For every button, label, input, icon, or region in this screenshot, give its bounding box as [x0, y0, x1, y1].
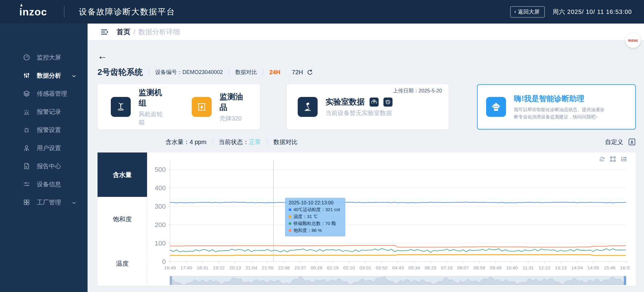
upload-icon[interactable] [370, 98, 379, 107]
series-color-dot [289, 229, 291, 232]
sidebar-item-user-settings[interactable]: 用户设置 [0, 139, 88, 157]
sidebar-item-device-info[interactable]: 设备信息 [0, 175, 88, 193]
sidebar-nav: 监控大屏 数据分析 传感器管理 报警记录 报警设置 用户设置 报告中心 [0, 24, 88, 292]
svg-text:100: 100 [155, 239, 166, 247]
breadcrumb-bar: 首页 / 数据分析详细 [88, 24, 644, 40]
device-title-row: 2号齿轮系统 设备编号：DEMO23040002 数据对比 24H 72H [98, 67, 636, 78]
tooltip-series-item: 铁磁颗粒总数：70 颗 [289, 221, 342, 226]
tooltip-series-item: 饱和度：86 % [289, 228, 342, 233]
sidebar-item-label: 用户设置 [37, 144, 61, 152]
back-to-bigscreen-button[interactable]: ‹ 返回大屏 [510, 6, 545, 18]
svg-text:08:07: 08:07 [457, 265, 469, 270]
water-content-value: 4 ppm [190, 139, 207, 146]
microscope-icon [298, 97, 318, 117]
siren-icon [23, 108, 30, 115]
ai-assistant-desc: 我可以帮你智能化诊断油品状态、提供油液诊 断专业化润滑设备监测建议，快问问我吧~ [514, 106, 604, 120]
svg-text:12:22: 12:22 [539, 265, 550, 270]
range-72h-button[interactable]: 72H [292, 69, 303, 76]
tooltip-time: 2025-10-10 22:13:00 [289, 200, 342, 206]
chart-tab-0[interactable]: 含水量 [98, 152, 147, 197]
sidebar-item-alarm-settings[interactable]: 报警设置 [0, 121, 88, 139]
breadcrumb-home[interactable]: 首页 [117, 27, 130, 37]
sidebar-item-label: 报告中心 [37, 162, 61, 170]
svg-text:19:22: 19:22 [213, 265, 225, 270]
svg-text:14:04: 14:04 [571, 265, 583, 270]
lab-data-title: 实验室数据 [325, 97, 365, 107]
monitor-card: 监测机组 风机齿轮箱 监测油品 壳牌320 [98, 84, 260, 130]
sidebar-item-label: 数据分析 [37, 72, 61, 80]
monitor-unit-title: 监测机组 [139, 87, 166, 108]
ai-assistant-text: 嗨!我是智能诊断助理 我可以帮你智能化诊断油品状态、提供油液诊 断专业化润滑设备… [514, 94, 604, 120]
svg-text:15:46: 15:46 [604, 265, 616, 270]
export-download-icon[interactable] [628, 138, 636, 146]
datazoom-left-handle[interactable] [170, 276, 172, 285]
sidebar-item-monitor-screen[interactable]: 监控大屏 [0, 48, 88, 66]
svg-text:23:37: 23:37 [294, 265, 306, 270]
datazoom-slider[interactable] [170, 276, 626, 285]
chart-panel: 含水量饱和度温度 010020030040050016:4917:4018:31… [98, 152, 636, 286]
chart-tooltip: 2025-10-10 22:13:00 40℃运动粘度：321 cst温度：31… [285, 198, 345, 236]
back-arrow-button[interactable]: ← [98, 51, 107, 61]
refresh-icon[interactable] [307, 69, 313, 75]
divider [263, 69, 263, 75]
svg-text:11:31: 11:31 [523, 265, 534, 270]
svg-text:03:52: 03:52 [376, 265, 388, 270]
chevron-left-icon: ‹ [514, 8, 516, 15]
line-chart[interactable]: 010020030040050016:4917:4018:3119:2220:1… [147, 154, 630, 275]
sidebar-item-data-analysis[interactable]: 数据分析 [0, 66, 88, 85]
sidebar-item-label: 设备信息 [37, 180, 61, 188]
monitor-oil-title: 监测油品 [219, 91, 247, 113]
svg-text:00:28: 00:28 [311, 265, 322, 270]
svg-text:09:49: 09:49 [490, 265, 501, 270]
chart-tab-2[interactable]: 温度 [98, 241, 147, 286]
sidebar-item-factory-management[interactable]: 工厂管理 [0, 193, 88, 211]
svg-text:21:55: 21:55 [262, 265, 274, 270]
svg-text:01:19: 01:19 [327, 265, 339, 270]
header-datetime: 周六 2025/ 10/ 11 16:53:00 [553, 8, 632, 16]
chart-toolbar [599, 156, 627, 162]
sidebar-item-sensor-management[interactable]: 传感器管理 [0, 85, 88, 103]
sidebar-item-report-center[interactable]: 报告中心 [0, 157, 88, 175]
zoom-select-icon[interactable] [610, 156, 616, 162]
ai-assistant-title: 嗨!我是智能诊断助理 [514, 94, 604, 104]
menu-collapse-icon[interactable] [100, 28, 109, 36]
app-title: 设备故障诊断大数据平台 [79, 6, 175, 17]
restore-icon[interactable] [599, 156, 605, 162]
svg-text:300: 300 [155, 203, 166, 210]
series-color-dot [289, 215, 291, 218]
chart-tab-1[interactable]: 饱和度 [98, 197, 147, 241]
layers-icon [23, 90, 30, 97]
breadcrumb-separator: / [133, 28, 135, 36]
top-header: inzoc 设备故障诊断大数据平台 ‹ 返回大屏 周六 2025/ 10/ 11… [0, 0, 644, 24]
chart-tab-column: 含水量饱和度温度 [98, 152, 147, 286]
custom-range-link[interactable]: 自定义 [605, 138, 623, 146]
chevron-down-icon [72, 199, 76, 206]
save-image-icon[interactable] [621, 156, 627, 162]
series-color-dot [289, 222, 291, 225]
sidebar-item-label: 报警记录 [37, 108, 61, 116]
divider [213, 139, 213, 145]
data-compare-label: 数据对比 [235, 69, 257, 76]
lab-data-card: 上传日期：2025-5-20 实验室数据 当前设备暂无实验室数据 [287, 84, 449, 130]
datazoom-right-handle[interactable] [624, 276, 626, 285]
svg-text:13:13: 13:13 [555, 265, 567, 270]
report-icon [23, 162, 30, 170]
compare-link[interactable]: 数据对比 [274, 138, 298, 146]
series-color-dot [289, 208, 291, 211]
user-icon [23, 144, 30, 152]
upload-date: 上传日期：2025-5-20 [393, 87, 442, 94]
app-root: inzoc 设备故障诊断大数据平台 ‹ 返回大屏 周六 2025/ 10/ 11… [0, 0, 644, 292]
svg-text:05:34: 05:34 [409, 265, 420, 270]
floating-brand-badge[interactable]: inzoc [625, 32, 641, 48]
history-clock-icon[interactable] [383, 98, 392, 107]
svg-text:02:10: 02:10 [343, 265, 355, 270]
ai-assistant-card[interactable]: 嗨!我是智能诊断助理 我可以帮你智能化诊断油品状态、提供油液诊 断专业化润滑设备… [477, 84, 636, 130]
wind-turbine-icon [111, 97, 131, 117]
robot-icon [486, 97, 506, 117]
range-24h-button[interactable]: 24H [269, 69, 280, 76]
tooltip-series-item: 40℃运动粘度：321 cst [289, 207, 342, 213]
sidebar-item-alarm-records[interactable]: 报警记录 [0, 103, 88, 121]
svg-text:16:37: 16:37 [620, 265, 630, 270]
monitor-unit-text: 监测机组 风机齿轮箱 [139, 87, 166, 127]
monitor-oil-text: 监测油品 壳牌320 [219, 91, 247, 123]
